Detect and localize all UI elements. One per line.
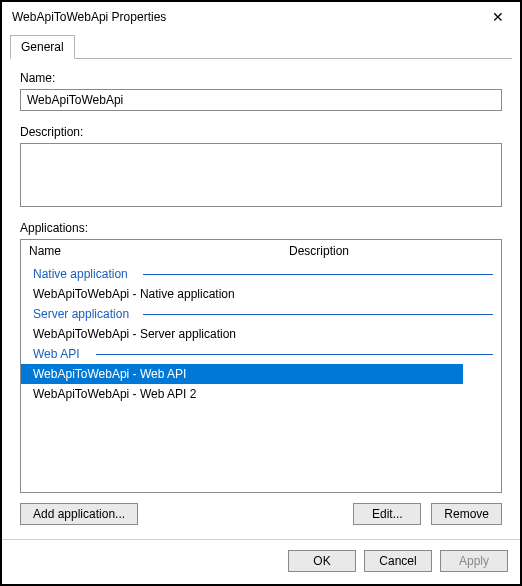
applications-list: Name Description Native applicationWebAp… xyxy=(20,239,502,493)
list-item[interactable]: WebApiToWebApi - Web API xyxy=(21,364,463,384)
name-input[interactable] xyxy=(20,89,502,111)
remove-button[interactable]: Remove xyxy=(431,503,502,525)
name-label: Name: xyxy=(20,71,502,85)
description-input[interactable] xyxy=(20,143,502,207)
list-item[interactable]: WebApiToWebApi - Web API 2 xyxy=(21,384,501,404)
list-item[interactable]: WebApiToWebApi - Server application xyxy=(21,324,501,344)
tab-general[interactable]: General xyxy=(10,35,75,59)
group-header: Web API xyxy=(21,344,501,364)
add-application-button[interactable]: Add application... xyxy=(20,503,138,525)
apps-columns: Name Description xyxy=(21,240,501,264)
cancel-button[interactable]: Cancel xyxy=(364,550,432,572)
group-header: Server application xyxy=(21,304,501,324)
close-icon[interactable]: ✕ xyxy=(486,8,510,26)
description-label: Description: xyxy=(20,125,502,139)
titlebar: WebApiToWebApi Properties ✕ xyxy=(2,2,520,30)
col-description: Description xyxy=(289,244,493,258)
ok-button[interactable]: OK xyxy=(288,550,356,572)
applications-label: Applications: xyxy=(20,221,502,235)
properties-dialog: WebApiToWebApi Properties ✕ General Name… xyxy=(0,0,522,586)
group-header: Native application xyxy=(21,264,501,284)
dialog-footer: OK Cancel Apply xyxy=(2,539,520,584)
edit-button[interactable]: Edit... xyxy=(353,503,421,525)
col-name: Name xyxy=(29,244,289,258)
apps-button-row: Add application... Edit... Remove xyxy=(20,503,502,525)
tab-content: Name: Description: Applications: Name De… xyxy=(10,58,512,533)
apply-button[interactable]: Apply xyxy=(440,550,508,572)
apps-list-body[interactable]: Native applicationWebApiToWebApi - Nativ… xyxy=(21,264,501,492)
window-title: WebApiToWebApi Properties xyxy=(12,10,166,24)
tab-strip: General xyxy=(2,30,520,58)
list-item[interactable]: WebApiToWebApi - Native application xyxy=(21,284,501,304)
